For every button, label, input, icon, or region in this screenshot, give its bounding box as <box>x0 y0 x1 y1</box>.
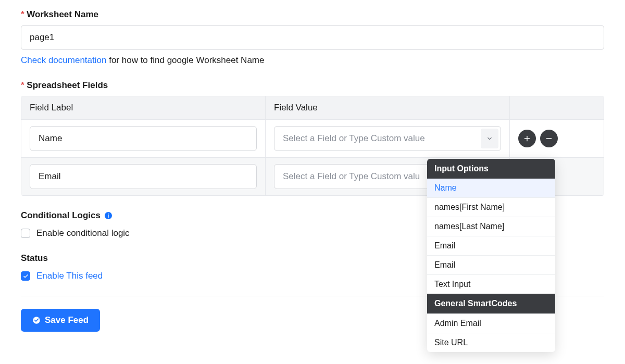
remove-row-button[interactable] <box>540 130 558 147</box>
field-label-input[interactable] <box>30 164 257 189</box>
table-row: Select a Field or Type Custom value <box>21 119 604 157</box>
dropdown-item-email[interactable]: Email <box>427 236 555 255</box>
chevron-down-icon <box>481 129 498 148</box>
save-feed-button[interactable]: Save Feed <box>21 309 100 332</box>
worksheet-name-label: Worksheet Name <box>21 9 604 20</box>
dropdown-group-header: General SmartCodes <box>427 294 555 313</box>
dropdown-group-header: Input Options <box>427 159 555 179</box>
col-header-actions <box>510 96 604 119</box>
dropdown-item-site-url[interactable]: Site URL <box>427 333 555 341</box>
col-header-field-value: Field Value <box>266 96 510 119</box>
worksheet-name-section: Worksheet Name Check documentation for h… <box>21 9 604 66</box>
check-circle-icon <box>32 316 41 324</box>
dropdown-item-name[interactable]: Name <box>427 179 555 197</box>
table-header-row: Field Label Field Value <box>21 96 604 119</box>
info-icon[interactable]: i <box>105 212 112 219</box>
save-feed-label: Save Feed <box>45 315 89 325</box>
spreadsheet-fields-label: Spreadsheet Fields <box>21 80 604 91</box>
dropdown-item-email-2[interactable]: Email <box>427 255 555 274</box>
field-value-placeholder: Select a Field or Type Custom valu <box>283 171 420 182</box>
worksheet-helper-text: Check documentation for how to find goog… <box>21 55 604 66</box>
field-label-input[interactable] <box>30 126 257 151</box>
checkbox-icon <box>21 229 30 238</box>
add-row-button[interactable] <box>518 130 536 147</box>
dropdown-item-text-input[interactable]: Text Input <box>427 274 555 294</box>
minus-icon <box>545 134 553 143</box>
field-value-select[interactable]: Select a Field or Type Custom value <box>274 126 501 151</box>
field-value-placeholder: Select a Field or Type Custom value <box>283 133 425 144</box>
plus-icon <box>523 134 531 143</box>
col-header-field-label: Field Label <box>21 96 266 119</box>
check-documentation-link[interactable]: Check documentation <box>21 55 106 65</box>
checkbox-icon <box>21 271 30 281</box>
worksheet-helper-tail: for how to find google Worksheet Name <box>106 55 264 65</box>
dropdown-item-first-name[interactable]: names[First Name] <box>427 197 555 217</box>
worksheet-name-input[interactable] <box>21 25 604 50</box>
checkbox-label: Enable This feed <box>36 271 103 281</box>
field-value-dropdown: Input Options Name names[First Name] nam… <box>427 159 555 341</box>
checkbox-label: Enable conditional logic <box>36 228 130 239</box>
dropdown-item-admin-email[interactable]: Admin Email <box>427 313 555 333</box>
dropdown-item-last-name[interactable]: names[Last Name] <box>427 217 555 236</box>
